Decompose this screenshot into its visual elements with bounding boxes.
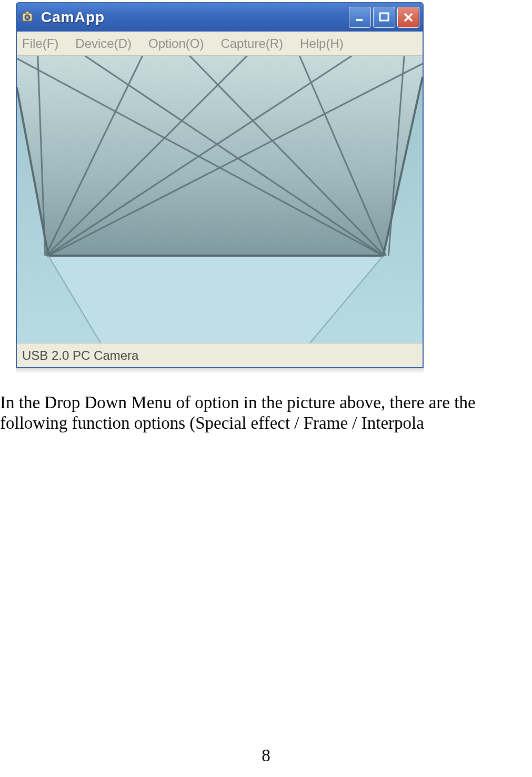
svg-point-2 [26,16,28,18]
status-bar: USB 2.0 PC Camera [17,343,423,367]
menu-file[interactable]: File(F) [20,35,61,52]
close-button[interactable] [397,7,419,28]
app-window: CamApp File [16,2,424,368]
window-title: CamApp [41,9,349,26]
body-paragraph: In the Drop Down Menu of option in the p… [0,374,524,433]
document-page: CamApp File [0,0,532,433]
app-icon [21,10,36,25]
maximize-button[interactable] [373,7,395,28]
svg-rect-3 [26,12,29,14]
minimize-button[interactable] [349,7,371,28]
window-controls [349,7,420,28]
svg-rect-4 [356,19,363,21]
menu-help[interactable]: Help(H) [298,35,346,52]
menu-device[interactable]: Device(D) [73,35,134,52]
camera-viewport [17,56,423,343]
menu-capture[interactable]: Capture(R) [218,35,285,52]
svg-rect-5 [380,13,388,21]
page-number: 8 [0,746,532,765]
menu-option[interactable]: Option(O) [146,35,206,52]
status-text: USB 2.0 PC Camera [22,348,138,363]
window-titlebar: CamApp [17,3,423,32]
screenshot-shadow [16,368,424,374]
screenshot-container: CamApp File [0,0,524,368]
menu-bar: File(F) Device(D) Option(O) Capture(R) H… [17,32,423,56]
